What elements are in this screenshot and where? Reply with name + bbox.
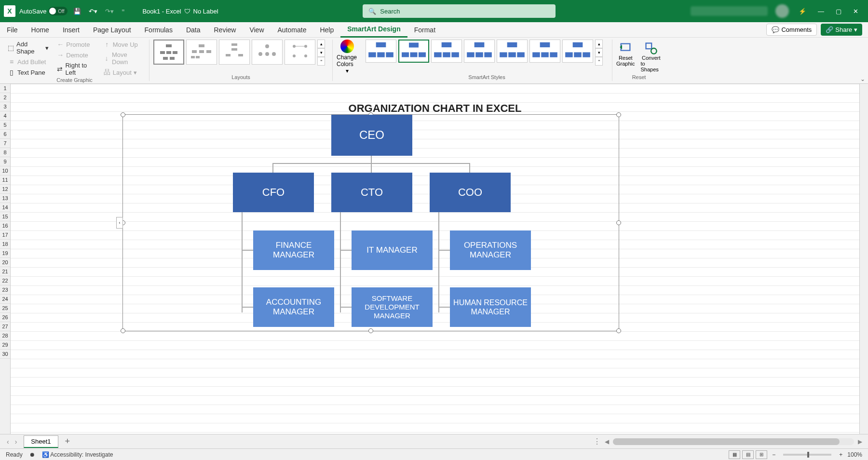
sensitivity-label[interactable]: No Label <box>193 8 218 15</box>
tab-insert[interactable]: Insert <box>56 22 86 38</box>
node-ceo[interactable]: CEO <box>331 115 412 156</box>
tab-page-layout[interactable]: Page Layout <box>86 22 138 38</box>
tab-home[interactable]: Home <box>25 22 56 38</box>
accessibility-status[interactable]: ♿ Accessibility: Investigate <box>42 451 113 458</box>
text-pane-toggle[interactable]: ‹ <box>116 217 123 229</box>
zoom-level[interactable]: 100% <box>847 451 862 458</box>
redo-icon[interactable]: ↷▾ <box>103 7 116 16</box>
add-shape-button[interactable]: ⬚Add Shape ▾ <box>6 40 51 56</box>
minimize-icon[interactable]: — <box>816 6 826 17</box>
horizontal-scrollbar[interactable] <box>613 438 854 445</box>
style-thumb-7[interactable] <box>562 40 593 63</box>
resize-handle-mr[interactable] <box>616 220 621 225</box>
qat-more-icon[interactable]: ⁼ <box>120 7 127 16</box>
autosave-toggle[interactable]: AutoSave Off <box>19 7 68 15</box>
sheet-nav-prev[interactable]: ‹ <box>7 438 9 446</box>
normal-view-button[interactable]: ▦ <box>729 450 740 459</box>
resize-handle-tl[interactable] <box>121 112 125 117</box>
layout-thumb-4[interactable] <box>252 40 283 65</box>
group-create-graphic-label: Create Graphic <box>4 77 145 84</box>
reset-graphic-button[interactable]: ResetGraphic <box>616 41 635 67</box>
svg-rect-26 <box>368 53 376 57</box>
vertical-scrollbar[interactable] <box>859 84 868 434</box>
spreadsheet-grid[interactable]: 12345 678910 1112131415 1617181920 21222… <box>0 84 868 434</box>
tab-review[interactable]: Review <box>207 22 243 38</box>
style-thumb-6[interactable] <box>529 40 560 63</box>
maximize-icon[interactable]: ▢ <box>834 6 843 17</box>
style-thumb-3[interactable] <box>431 40 462 63</box>
node-cto[interactable]: CTO <box>331 173 412 212</box>
styles-more[interactable]: ⁼ <box>595 57 603 66</box>
save-icon[interactable]: 💾 <box>71 7 83 16</box>
layouts-scroll-up[interactable]: ▴ <box>317 40 325 48</box>
resize-handle-br[interactable] <box>616 328 621 333</box>
avatar-blurred[interactable] <box>775 4 789 18</box>
coming-soon-icon[interactable]: ⚡ <box>797 6 808 17</box>
style-thumb-1[interactable] <box>366 40 396 63</box>
svg-rect-30 <box>402 53 409 57</box>
convert-button[interactable]: Convertto Shapes <box>641 41 662 72</box>
styles-scroll-up[interactable]: ▴ <box>595 40 603 48</box>
node-coo[interactable]: COO <box>430 173 511 212</box>
sheet-tab[interactable]: Sheet1 <box>24 435 58 448</box>
zoom-slider[interactable] <box>783 454 831 456</box>
sheet-options-icon[interactable]: ⋮ <box>593 437 601 446</box>
style-thumb-2[interactable] <box>398 40 429 63</box>
resize-handle-tr[interactable] <box>616 112 621 117</box>
search-box[interactable]: 🔍 Search <box>363 4 556 18</box>
title-bar: X AutoSave Off 💾 ↶▾ ↷▾ ⁼ Book1 - Excel 🛡… <box>0 0 868 22</box>
node-software-dev-manager[interactable]: SOFTWARE DEVELOPMENT MANAGER <box>352 287 433 327</box>
layout-thumb-2[interactable] <box>186 40 217 65</box>
tab-smartart-design[interactable]: SmartArt Design <box>340 22 407 38</box>
svg-rect-2 <box>166 51 171 54</box>
svg-rect-40 <box>484 53 491 57</box>
style-thumb-4[interactable] <box>464 40 495 63</box>
share-button[interactable]: 🔗 Share ▾ <box>821 24 862 36</box>
style-thumb-5[interactable] <box>497 40 528 63</box>
resize-handle-bc[interactable] <box>368 328 373 333</box>
smartart-frame[interactable]: ‹ CEO CFO CTO COO FINANCE MANAGER <box>122 114 619 331</box>
sheet-nav-next[interactable]: › <box>15 438 17 446</box>
layouts-scroll-down[interactable]: ▾ <box>317 48 325 57</box>
tab-data[interactable]: Data <box>179 22 207 38</box>
rtl-button[interactable]: ⇄Right to Left <box>54 61 97 77</box>
row-headers[interactable]: 12345 678910 1112131415 1617181920 21222… <box>0 84 11 434</box>
text-pane-button[interactable]: ▯Text Pane <box>6 68 51 77</box>
layout-thumb-5[interactable] <box>285 40 315 65</box>
close-icon[interactable]: ✕ <box>851 6 860 17</box>
comments-button[interactable]: 💬 Comments <box>766 24 817 36</box>
autosave-label: AutoSave <box>19 8 46 15</box>
node-operations-manager[interactable]: OPERATIONS MANAGER <box>450 230 531 270</box>
tab-view[interactable]: View <box>243 22 271 38</box>
tab-format[interactable]: Format <box>407 22 442 38</box>
undo-icon[interactable]: ↶▾ <box>87 7 99 16</box>
page-layout-view-button[interactable]: ▤ <box>742 450 754 459</box>
resize-handle-bl[interactable] <box>121 328 125 333</box>
add-shape-icon: ⬚ <box>8 44 14 52</box>
layout-thumb-1[interactable] <box>153 40 184 65</box>
styles-scroll-down[interactable]: ▾ <box>595 48 603 57</box>
node-hr-manager[interactable]: HUMAN RESOURCE MANAGER <box>450 287 531 327</box>
hscroll-left[interactable]: ◀ <box>605 438 609 445</box>
node-it-manager[interactable]: IT MANAGER <box>352 230 433 270</box>
zoom-in-button[interactable]: + <box>836 451 845 458</box>
tab-file[interactable]: File <box>0 22 25 38</box>
change-colors-button[interactable]: Change Colors ▾ <box>337 40 358 74</box>
collapse-ribbon-icon[interactable]: ⌄ <box>860 76 865 82</box>
add-sheet-button[interactable]: + <box>58 436 77 446</box>
zoom-out-button[interactable]: − <box>769 451 778 458</box>
demote-icon: → <box>56 51 64 59</box>
node-accounting-manager[interactable]: ACCOUNTING MANAGER <box>253 287 334 327</box>
autosave-state: Off <box>58 9 64 14</box>
tab-help[interactable]: Help <box>313 22 340 38</box>
move-down-button: ↓Move Down <box>101 50 143 67</box>
macro-record-icon[interactable]: ⏺ <box>29 451 35 458</box>
tab-automate[interactable]: Automate <box>271 22 313 38</box>
node-cfo[interactable]: CFO <box>233 173 314 212</box>
layout-thumb-3[interactable] <box>219 40 250 65</box>
tab-formulas[interactable]: Formulas <box>138 22 179 38</box>
page-break-view-button[interactable]: ⊞ <box>756 450 767 459</box>
hscroll-right[interactable]: ▶ <box>858 438 862 445</box>
layouts-more[interactable]: ⁼ <box>317 57 325 66</box>
node-finance-manager[interactable]: FINANCE MANAGER <box>253 230 334 270</box>
